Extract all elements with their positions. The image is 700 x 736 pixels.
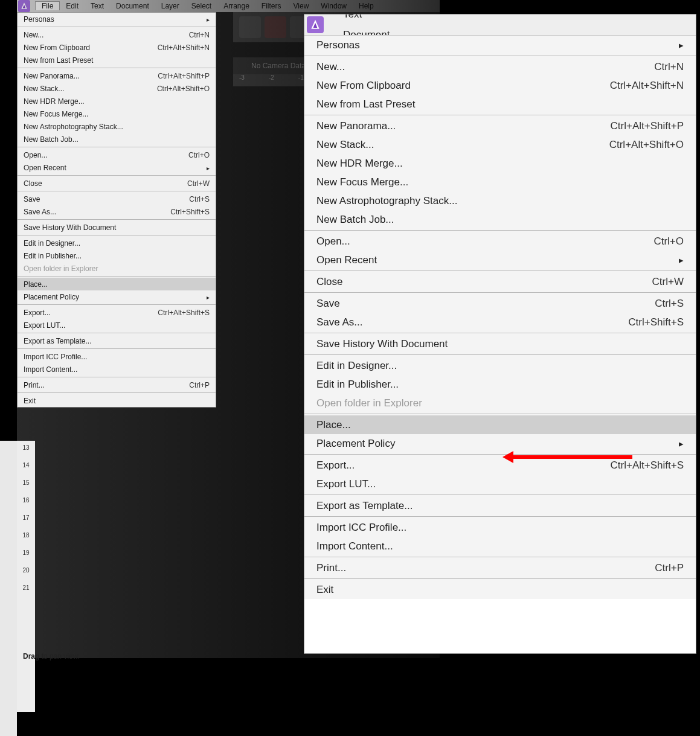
vertical-ruler: 131415161718192021 — [17, 441, 35, 712]
menubar-item-view[interactable]: View — [287, 2, 315, 10]
menu-item-close[interactable]: CloseCtrl+W — [18, 177, 216, 190]
menu-item-save-history-with-document[interactable]: Save History With Document — [18, 221, 216, 234]
menubar-item-text[interactable]: Text — [85, 2, 110, 10]
menu-item-save[interactable]: SaveCtrl+S — [18, 193, 216, 205]
menu-item-placement-policy[interactable]: Placement Policy — [18, 290, 216, 303]
menu-item-label: Export as Template... — [316, 500, 413, 512]
toolbar-button[interactable] — [265, 16, 286, 38]
menu-item-label: Import Content... — [316, 540, 393, 552]
menu-item-new-batch-job[interactable]: New Batch Job... — [18, 133, 216, 146]
menu-item-label: New HDR Merge... — [24, 97, 85, 106]
menu-item-place[interactable]: Place... — [18, 278, 216, 290]
menu-item-new-from-last-preset[interactable]: New from Last Preset — [18, 54, 216, 66]
menubar-item-layer[interactable]: Layer — [155, 2, 185, 10]
menu-item-new-hdr-merge[interactable]: New HDR Merge... — [304, 154, 696, 173]
menu-item-label: Export... — [316, 459, 355, 472]
menu-item-new-focus-merge[interactable]: New Focus Merge... — [304, 173, 696, 191]
menu-separator — [18, 276, 216, 277]
menu-item-new-batch-job[interactable]: New Batch Job... — [304, 210, 696, 229]
menu-item-export-lut[interactable]: Export LUT... — [18, 319, 216, 331]
menubar-item-document[interactable]: Document — [110, 2, 155, 10]
menubar-item-file[interactable]: File — [35, 1, 60, 10]
menu-item-shortcut: Ctrl+Alt+Shift+P — [611, 120, 684, 132]
menu-separator — [18, 191, 216, 191]
menu-item-export-lut[interactable]: Export LUT... — [304, 475, 696, 493]
menu-item-open-recent[interactable]: Open Recent — [18, 161, 216, 174]
menu-separator — [18, 27, 216, 27]
menu-separator — [304, 354, 696, 355]
menu-item-save-as[interactable]: Save As...Ctrl+Shift+S — [18, 205, 216, 218]
menu-item-personas[interactable]: Personas — [304, 36, 696, 54]
menubar-item-edit[interactable]: Edit — [60, 2, 85, 10]
menu-item-new-stack[interactable]: New Stack...Ctrl+Alt+Shift+O — [304, 135, 696, 154]
menu-item-label: New from Last Preset — [24, 56, 93, 65]
menu-item-new[interactable]: New...Ctrl+N — [18, 28, 216, 41]
menu-item-print[interactable]: Print...Ctrl+P — [304, 558, 696, 577]
menu-item-import-content[interactable]: Import Content... — [18, 363, 216, 376]
menubar-item-text[interactable]: Text — [332, 14, 400, 25]
menu-item-close[interactable]: CloseCtrl+W — [304, 272, 696, 291]
menu-item-personas[interactable]: Personas — [18, 13, 216, 25]
app-icon — [307, 16, 324, 33]
menu-item-export-as-template[interactable]: Export as Template... — [304, 496, 696, 515]
menu-item-edit-in-publisher[interactable]: Edit in Publisher... — [304, 375, 696, 394]
menu-item-exit[interactable]: Exit — [18, 394, 216, 407]
menu-item-shortcut: Ctrl+P — [189, 381, 210, 389]
menu-item-exit[interactable]: Exit — [304, 580, 696, 599]
menu-item-new[interactable]: New...Ctrl+N — [304, 57, 696, 76]
menu-item-import-icc-profile[interactable]: Import ICC Profile... — [304, 518, 696, 537]
menu-item-place[interactable]: Place... — [304, 415, 696, 434]
menu-item-shortcut: Ctrl+W — [187, 179, 210, 188]
menu-item-save-as[interactable]: Save As...Ctrl+Shift+S — [304, 313, 696, 331]
menu-item-placement-policy[interactable]: Placement Policy — [304, 434, 696, 453]
menu-item-label: Exit — [24, 397, 36, 405]
menu-item-label: Edit in Designer... — [316, 360, 397, 372]
menu-item-save-history-with-document[interactable]: Save History With Document — [304, 334, 696, 353]
small-menubar: FileEditTextDocumentLayerSelectArrangeFi… — [17, 0, 440, 12]
menu-item-new-panorama[interactable]: New Panorama...Ctrl+Alt+Shift+P — [18, 69, 216, 82]
menu-item-export[interactable]: Export...Ctrl+Alt+Shift+S — [18, 306, 216, 319]
menu-item-import-icc-profile[interactable]: Import ICC Profile... — [18, 350, 216, 363]
menu-item-shortcut: Ctrl+S — [189, 195, 210, 203]
menu-item-new-stack[interactable]: New Stack...Ctrl+Alt+Shift+O — [18, 82, 216, 95]
small-file-dropdown[interactable]: PersonasNew...Ctrl+NNew From ClipboardCt… — [17, 12, 216, 408]
menubar-item-select[interactable]: Select — [185, 2, 217, 10]
menu-item-label: Edit in Designer... — [24, 239, 80, 248]
chevron-right-icon — [207, 15, 210, 24]
menu-item-new-panorama[interactable]: New Panorama...Ctrl+Alt+Shift+P — [304, 117, 696, 135]
menu-item-import-content[interactable]: Import Content... — [304, 537, 696, 555]
menu-item-new-from-clipboard[interactable]: New From ClipboardCtrl+Alt+Shift+N — [304, 76, 696, 95]
menubar-item-filters[interactable]: Filters — [255, 2, 287, 10]
menu-item-new-from-last-preset[interactable]: New from Last Preset — [304, 95, 696, 114]
menu-item-new-astrophotography-stack[interactable]: New Astrophotography Stack... — [304, 191, 696, 210]
menu-item-open-recent[interactable]: Open Recent — [304, 251, 696, 269]
menu-item-label: New Batch Job... — [316, 214, 394, 226]
menu-item-label: New Panorama... — [24, 72, 80, 80]
menu-item-new-hdr-merge[interactable]: New HDR Merge... — [18, 95, 216, 107]
tool-strip — [0, 441, 17, 736]
menu-item-label: Export LUT... — [24, 321, 65, 330]
menu-item-new-from-clipboard[interactable]: New From ClipboardCtrl+Alt+Shift+N — [18, 41, 216, 54]
menu-item-open[interactable]: Open...Ctrl+O — [18, 149, 216, 161]
menu-item-edit-in-publisher[interactable]: Edit in Publisher... — [18, 249, 216, 262]
menu-item-open[interactable]: Open...Ctrl+O — [304, 232, 696, 251]
large-file-dropdown[interactable]: PersonasNew...Ctrl+NNew From ClipboardCt… — [304, 35, 696, 599]
menubar-item-help[interactable]: Help — [353, 2, 380, 10]
menubar-item-arrange[interactable]: Arrange — [217, 2, 255, 10]
menu-item-label: Edit in Publisher... — [24, 252, 82, 260]
menu-item-label: Save History With Document — [24, 223, 116, 232]
chevron-right-icon — [207, 164, 210, 172]
menu-item-print[interactable]: Print...Ctrl+P — [18, 379, 216, 391]
menu-separator — [18, 219, 216, 220]
menu-item-save[interactable]: SaveCtrl+S — [304, 294, 696, 313]
menu-separator — [304, 56, 696, 56]
menu-item-new-focus-merge[interactable]: New Focus Merge... — [18, 107, 216, 120]
menu-item-export[interactable]: Export...Ctrl+Alt+Shift+S — [304, 456, 696, 475]
menu-item-edit-in-designer[interactable]: Edit in Designer... — [304, 356, 696, 375]
toolbar-button[interactable] — [239, 16, 261, 38]
menu-item-edit-in-designer[interactable]: Edit in Designer... — [18, 237, 216, 249]
menubar-item-window[interactable]: Window — [315, 2, 353, 10]
menu-item-label: New Panorama... — [316, 120, 396, 132]
menu-item-new-astrophotography-stack[interactable]: New Astrophotography Stack... — [18, 120, 216, 133]
menu-item-export-as-template[interactable]: Export as Template... — [18, 334, 216, 347]
